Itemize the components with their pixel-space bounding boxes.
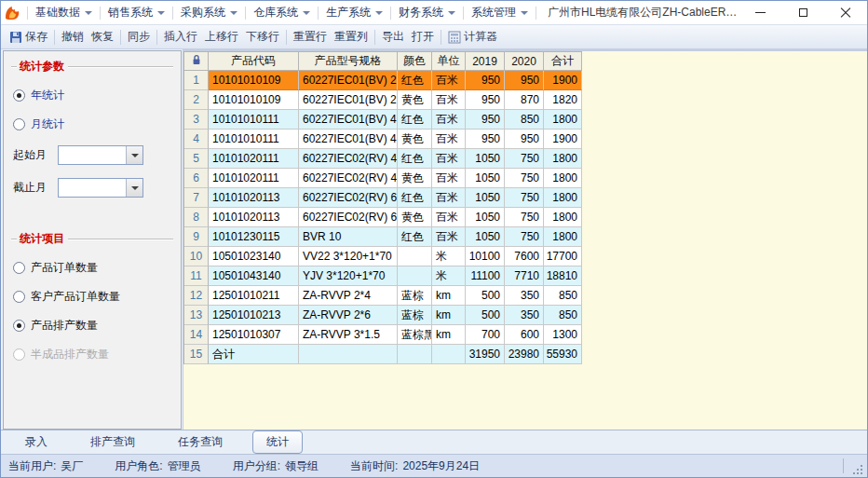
table-cell-unit[interactable]: 百米 bbox=[432, 71, 466, 90]
table-cell-spec[interactable]: 60227IEC01(BV) 2.5 bbox=[299, 71, 398, 90]
table-cell-spec[interactable]: 60227IEC01(BV) 2.5 bbox=[299, 90, 398, 110]
sync-button[interactable]: 同步 bbox=[124, 27, 154, 48]
table-cell-y2019[interactable]: 950 bbox=[466, 71, 505, 90]
table-cell-color[interactable]: 黄色 bbox=[398, 169, 432, 188]
row-number-cell[interactable]: 8 bbox=[184, 208, 209, 227]
menu-item-base-data[interactable]: 基础数据 bbox=[32, 3, 96, 23]
row-number-cell[interactable]: 12 bbox=[184, 286, 209, 306]
menu-item-purchase-system[interactable]: 采购系统 bbox=[177, 3, 241, 23]
table-cell-y2019[interactable]: 1050 bbox=[466, 208, 505, 227]
table-cell-total[interactable]: 18810 bbox=[544, 266, 582, 286]
row-number-cell[interactable]: 11 bbox=[184, 266, 209, 286]
radio-option-month-stat[interactable]: 月统计 bbox=[13, 116, 173, 132]
table-cell-total[interactable]: 17700 bbox=[544, 247, 582, 266]
table-cell-y2019[interactable]: 1050 bbox=[466, 169, 505, 188]
table-cell-y2019[interactable]: 950 bbox=[466, 90, 505, 110]
table-cell-unit[interactable]: 米 bbox=[432, 266, 466, 286]
table-cell-y2019[interactable]: 11100 bbox=[466, 266, 505, 286]
row-number-cell[interactable]: 6 bbox=[184, 169, 209, 188]
table-cell-total[interactable]: 1800 bbox=[544, 149, 582, 169]
table-cell-spec[interactable] bbox=[299, 345, 398, 364]
table-cell-unit[interactable]: 百米 bbox=[432, 208, 466, 227]
tab-statistics[interactable]: 统计 bbox=[252, 430, 303, 454]
row-number-cell[interactable]: 4 bbox=[184, 130, 209, 149]
table-cell-y2019[interactable]: 10100 bbox=[466, 247, 505, 266]
radio-option-product-schedule-qty[interactable]: 产品排产数量 bbox=[13, 318, 173, 334]
resize-grip[interactable] bbox=[851, 463, 863, 475]
table-cell-spec[interactable]: 60227IEC02(RV) 4 bbox=[299, 169, 398, 188]
close-button[interactable] bbox=[824, 2, 867, 24]
table-cell-code[interactable]: 12501010307 bbox=[209, 325, 299, 345]
table-cell-total[interactable]: 1800 bbox=[544, 227, 582, 247]
table-cell-unit[interactable]: 百米 bbox=[432, 227, 466, 247]
table-cell-y2019[interactable]: 700 bbox=[466, 325, 505, 345]
table-cell-y2020[interactable]: 950 bbox=[505, 71, 544, 90]
table-cell-color[interactable]: 黄色 bbox=[398, 130, 432, 149]
table-cell-y2020[interactable]: 750 bbox=[505, 227, 544, 247]
table-cell-spec[interactable]: ZA-RVVP 2*6 bbox=[299, 306, 398, 325]
table-cell-y2020[interactable]: 7710 bbox=[505, 266, 544, 286]
table-cell-color[interactable]: 红色 bbox=[398, 188, 432, 208]
table-cell-total[interactable]: 1800 bbox=[544, 208, 582, 227]
menu-item-finance-system[interactable]: 财务系统 bbox=[395, 3, 459, 23]
save-button[interactable]: 保存 bbox=[6, 27, 51, 48]
table-cell-color[interactable] bbox=[398, 247, 432, 266]
row-number-cell[interactable]: 15 bbox=[184, 345, 209, 364]
table-cell-y2019[interactable]: 500 bbox=[466, 286, 505, 306]
radio-option-customer-product-order-qty[interactable]: 客户产品订单数量 bbox=[13, 289, 173, 305]
table-cell-y2019[interactable]: 1050 bbox=[466, 227, 505, 247]
table-cell-y2019[interactable]: 950 bbox=[466, 130, 505, 149]
insert-row-button[interactable]: 插入行 bbox=[160, 27, 201, 48]
table-cell-code[interactable]: 10101010109 bbox=[209, 90, 299, 110]
table-cell-color[interactable]: 蓝棕黑 bbox=[398, 325, 432, 345]
table-cell-spec[interactable]: YJV 3*120+1*70 bbox=[299, 266, 398, 286]
table-cell-unit[interactable]: 百米 bbox=[432, 110, 466, 130]
table-cell-y2019[interactable]: 1050 bbox=[466, 188, 505, 208]
table-cell-code[interactable]: 10101010111 bbox=[209, 110, 299, 130]
row-number-cell[interactable]: 2 bbox=[184, 90, 209, 110]
menu-item-warehouse-system[interactable]: 仓库系统 bbox=[250, 3, 314, 23]
table-cell-unit[interactable]: 百米 bbox=[432, 188, 466, 208]
tab-task-query[interactable]: 任务查询 bbox=[165, 431, 236, 453]
table-cell-code[interactable]: 合计 bbox=[209, 345, 299, 364]
table-cell-total[interactable]: 1800 bbox=[544, 188, 582, 208]
table-cell-color[interactable]: 红色 bbox=[398, 149, 432, 169]
tab-entry[interactable]: 录入 bbox=[12, 431, 61, 453]
table-cell-y2020[interactable]: 750 bbox=[505, 149, 544, 169]
table-cell-code[interactable]: 10501023140 bbox=[209, 247, 299, 266]
table-cell-total[interactable]: 1800 bbox=[544, 110, 582, 130]
table-cell-code[interactable]: 10501043140 bbox=[209, 266, 299, 286]
table-cell-total[interactable]: 850 bbox=[544, 286, 582, 306]
table-cell-y2019[interactable]: 31950 bbox=[466, 345, 505, 364]
table-cell-unit[interactable]: 百米 bbox=[432, 130, 466, 149]
table-cell-code[interactable]: 10101020113 bbox=[209, 208, 299, 227]
table-cell-unit[interactable]: km bbox=[432, 325, 466, 345]
table-cell-code[interactable]: 10101230115 bbox=[209, 227, 299, 247]
table-cell-code[interactable]: 12501010211 bbox=[209, 286, 299, 306]
table-cell-unit[interactable]: 米 bbox=[432, 247, 466, 266]
table-cell-unit[interactable]: km bbox=[432, 306, 466, 325]
table-cell-y2020[interactable]: 750 bbox=[505, 188, 544, 208]
start-month-combobox[interactable] bbox=[58, 145, 143, 165]
table-cell-unit[interactable]: km bbox=[432, 286, 466, 306]
table-cell-total[interactable]: 1800 bbox=[544, 169, 582, 188]
export-button[interactable]: 导出 bbox=[378, 27, 408, 48]
table-cell-y2020[interactable]: 850 bbox=[505, 110, 544, 130]
table-cell-y2019[interactable]: 1050 bbox=[466, 149, 505, 169]
row-number-cell[interactable]: 3 bbox=[184, 110, 209, 130]
reset-row-button[interactable]: 重置行 bbox=[290, 27, 331, 48]
table-cell-y2020[interactable]: 7600 bbox=[505, 247, 544, 266]
menu-item-sales-system[interactable]: 销售系统 bbox=[104, 3, 169, 23]
row-number-cell[interactable]: 5 bbox=[184, 149, 209, 169]
table-cell-unit[interactable]: 百米 bbox=[432, 90, 466, 110]
table-cell-total[interactable]: 850 bbox=[544, 306, 582, 325]
table-cell-y2019[interactable]: 500 bbox=[466, 306, 505, 325]
table-cell-spec[interactable]: 60227IEC02(RV) 6 bbox=[299, 208, 398, 227]
table-cell-code[interactable]: 12501010213 bbox=[209, 306, 299, 325]
table-cell-color[interactable]: 黄色 bbox=[398, 208, 432, 227]
radio-option-product-order-qty[interactable]: 产品订单数量 bbox=[13, 260, 173, 276]
combobox-dropdown-button[interactable] bbox=[126, 146, 142, 164]
menu-item-system-admin[interactable]: 系统管理 bbox=[468, 3, 532, 23]
table-cell-unit[interactable]: 百米 bbox=[432, 149, 466, 169]
table-cell-y2020[interactable]: 750 bbox=[505, 208, 544, 227]
